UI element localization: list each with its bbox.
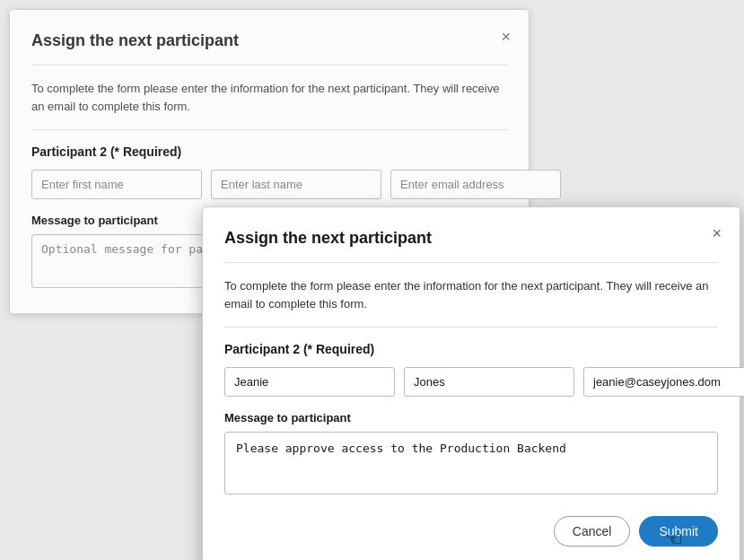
fg-divider2 xyxy=(224,327,718,328)
fg-email-input[interactable] xyxy=(583,367,744,397)
foreground-dialog: Assign the next participant × To complet… xyxy=(202,206,740,560)
bg-email-input[interactable] xyxy=(390,170,561,199)
bg-last-name-input[interactable] xyxy=(211,170,381,199)
cancel-button[interactable]: Cancel xyxy=(554,516,631,547)
bg-first-name-input[interactable] xyxy=(31,170,202,199)
fg-first-name-input[interactable] xyxy=(224,367,395,397)
fg-divider xyxy=(224,262,718,263)
bg-divider2 xyxy=(31,129,507,130)
fg-last-name-input[interactable] xyxy=(404,367,574,397)
fg-actions: Cancel Submit xyxy=(224,516,718,547)
bg-participant-label: Participant 2 (* Required) xyxy=(31,144,507,159)
fg-description: To complete the form please enter the in… xyxy=(224,277,718,312)
fg-msg-textarea[interactable] xyxy=(224,432,718,494)
bg-dialog-title: Assign the next participant xyxy=(31,31,507,50)
bg-fields-row xyxy=(31,170,507,199)
fg-msg-label: Message to participant xyxy=(224,411,718,424)
fg-participant-label: Participant 2 (* Required) xyxy=(224,342,718,356)
fg-dialog-title: Assign the next participant xyxy=(224,229,718,248)
bg-close-button[interactable]: × xyxy=(501,28,511,47)
fg-close-button[interactable]: × xyxy=(712,225,722,241)
bg-divider xyxy=(31,65,507,66)
submit-button[interactable]: Submit xyxy=(639,516,718,547)
fg-fields-row xyxy=(224,367,718,397)
bg-description: To complete the form please enter the in… xyxy=(31,80,507,115)
